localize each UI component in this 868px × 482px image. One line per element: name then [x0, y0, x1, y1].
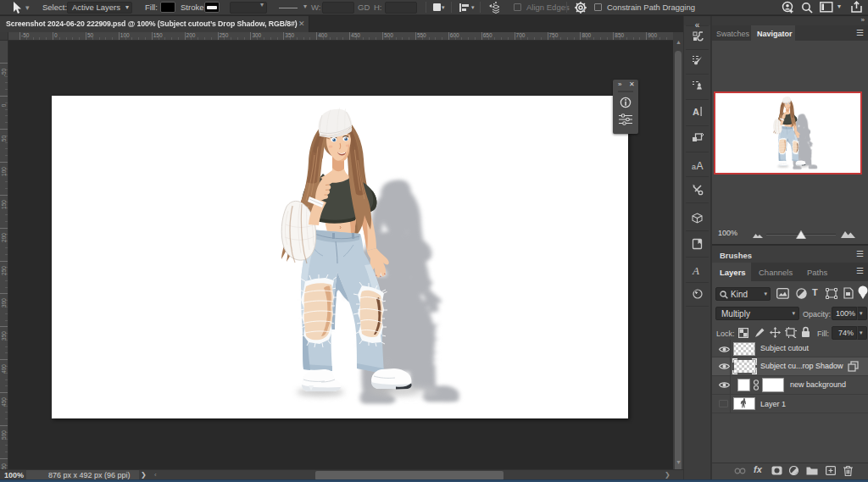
svg-text:A: A [697, 160, 704, 172]
svg-text:a: a [692, 163, 696, 171]
svg-text:A: A [692, 264, 699, 276]
svg-text:A: A [693, 107, 699, 117]
